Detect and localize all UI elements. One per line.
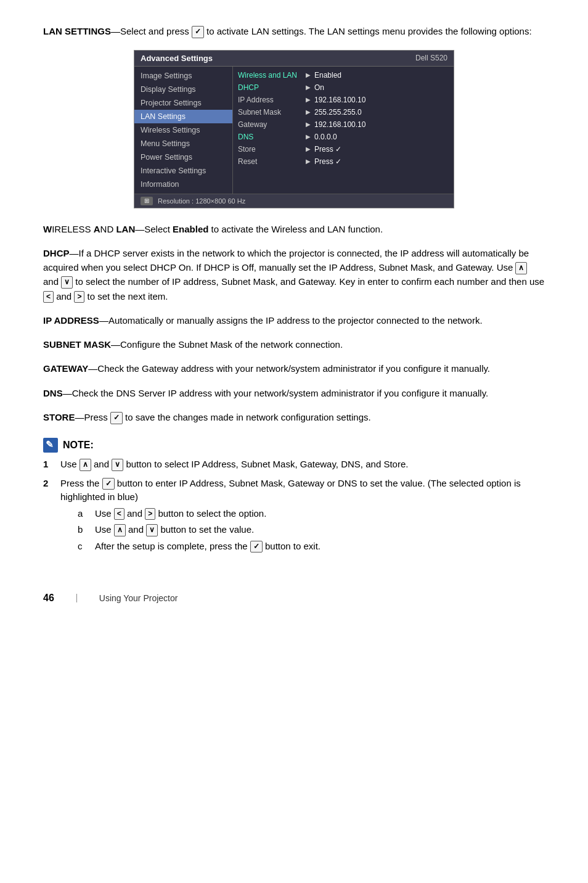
note-letter-c: c [78,540,89,554]
note-item-2: 2 Press the ✓ button to enter IP Address… [43,477,545,556]
osd-label-subnet: Subnet Mask [238,108,306,117]
osd-footer-icon: ⊞ [141,197,153,205]
note-sub-text-c: After the setup is complete, press the ✓… [95,540,321,554]
footer-text: Using Your Projector [99,593,178,603]
osd-label-dns: DNS [238,133,306,141]
section-subnet-mask: SUBNET MASK—Configure the Subnet Mask of… [43,337,545,351]
osd-menu-item-lan: LAN Settings [134,110,232,123]
osd-row-dhcp: DHCP ▶ On [233,81,454,94]
osd-arrow-5: ▶ [306,133,311,140]
section-ip-address: IP ADDRESS—Automatically or manually ass… [43,313,545,327]
osd-content-column: Wireless and LAN ▶ Enabled DHCP ▶ On IP … [233,67,454,194]
osd-menu-item-display: Display Settings [134,83,232,96]
note-sub-item-a: a Use < and > button to select the optio… [78,507,545,521]
intro-bold: LAN SETTINGS [43,26,111,36]
osd-header: Advanced Settings Dell S520 [134,51,454,67]
osd-row-dns: DNS ▶ 0.0.0.0 [233,131,454,143]
osd-value-store: Press ✓ [314,145,341,154]
note-pencil-icon [43,438,58,453]
footer-separator [76,594,77,602]
enter-button-icon: ✓ [192,26,204,38]
osd-label-store: Store [238,145,306,154]
osd-menu-item-image: Image Settings [134,69,232,83]
osd-menu-column: Image Settings Display Settings Projecto… [134,67,233,194]
osd-arrow-7: ▶ [306,158,311,165]
osd-arrow-3: ▶ [306,109,311,115]
enabled-word: Enabled [173,224,208,234]
gateway-title: GATEWAY [43,363,88,374]
note-sub-item-c: c After the setup is complete, press the… [78,540,545,554]
note-letter-a: a [78,507,89,521]
section-dhcp: DHCP—If a DHCP server exists in the netw… [43,246,545,303]
osd-screenshot: Advanced Settings Dell S520 Image Settin… [134,50,454,208]
osd-row-ip: IP Address ▶ 192.168.100.10 [233,94,454,106]
osd-arrow-1: ▶ [306,84,311,91]
sub-up-btn: ∧ [114,524,126,536]
osd-value-dns: 0.0.0.0 [314,133,337,141]
section-title-wireless: WIRELESS AND LAN [43,224,135,234]
osd-value-wireless: Enabled [314,71,341,80]
note-letter-b: b [78,523,89,537]
note-item-2-text: Press the ✓ button to enter IP Address, … [60,477,545,556]
osd-value-dhcp: On [314,83,324,92]
osd-label-reset: Reset [238,157,306,166]
page-number: 46 [43,593,54,604]
section-dns: DNS—Check the DNS Server IP address with… [43,386,545,400]
osd-menu-item-projector: Projector Settings [134,96,232,110]
down-button-icon: ∨ [61,276,73,289]
osd-menu-item-menu: Menu Settings [134,137,232,150]
note-item-1-text: Use ∧ and ∨ button to select IP Address,… [60,458,408,472]
osd-value-subnet: 255.255.255.0 [314,108,362,117]
dns-title: DNS [43,388,63,398]
note-header: NOTE: [43,438,545,453]
page-footer: 46 Using Your Projector [43,593,545,604]
osd-title: Advanced Settings [141,54,213,63]
osd-brand: Dell S520 [415,54,447,62]
note-sub-list: a Use < and > button to select the optio… [78,507,545,554]
osd-label-wireless: Wireless and LAN [238,71,306,80]
osd-value-ip: 192.168.100.10 [314,96,365,104]
osd-row-wireless-lan: Wireless and LAN ▶ Enabled [233,69,454,81]
note-down-btn: ∨ [112,459,123,471]
osd-value-gateway: 192.168.100.10 [314,120,365,129]
osd-row-reset: Reset ▶ Press ✓ [233,155,454,168]
osd-row-gateway: Gateway ▶ 192.168.100.10 [233,118,454,131]
section-gateway: GATEWAY—Check the Gateway address with y… [43,361,545,376]
note-list: 1 Use ∧ and ∨ button to select IP Addres… [43,458,545,556]
osd-label-gateway: Gateway [238,120,306,129]
osd-row-store: Store ▶ Press ✓ [233,143,454,155]
note-box: NOTE: 1 Use ∧ and ∨ button to select IP … [43,438,545,556]
note-num-2: 2 [43,477,54,556]
note-up-btn: ∧ [80,459,91,471]
sub-right-btn: > [145,508,155,520]
osd-menu-item-wireless: Wireless Settings [134,123,232,137]
osd-arrow-2: ▶ [306,96,311,103]
store-title: STORE [43,412,75,422]
osd-arrow-0: ▶ [306,72,311,78]
osd-body: Image Settings Display Settings Projecto… [134,67,454,194]
osd-label-dhcp: DHCP [238,83,306,92]
osd-menu-item-interactive: Interactive Settings [134,164,232,178]
osd-footer-text: Resolution : 1280×800 60 Hz [158,197,245,205]
subnet-title: SUBNET MASK [43,339,111,350]
note-sub-text-b: Use ∧ and ∨ button to set the value. [95,523,254,537]
osd-arrow-4: ▶ [306,121,311,128]
note-sub-text-a: Use < and > button to select the option. [95,507,266,521]
osd-menu-item-information: Information [134,178,232,191]
right-button-icon: > [74,291,84,303]
osd-arrow-6: ▶ [306,146,311,152]
ip-title: IP ADDRESS [43,315,99,326]
section-store: STORE—Press ✓ to save the changes made i… [43,410,545,424]
osd-value-reset: Press ✓ [314,157,341,166]
section-wireless-lan: WIRELESS AND LAN—Select Enabled to activ… [43,222,545,236]
up-button-icon: ∧ [515,262,527,274]
osd-row-subnet: Subnet Mask ▶ 255.255.255.0 [233,106,454,118]
sub-left-btn: < [114,508,125,520]
osd-menu-item-power: Power Settings [134,150,232,164]
note-enter-btn-2: ✓ [102,478,115,490]
intro-paragraph: LAN SETTINGS—Select and press ✓ to activ… [43,25,545,39]
note-sub-item-b: b Use ∧ and ∨ button to set the value. [78,523,545,537]
osd-footer: ⊞ Resolution : 1280×800 60 Hz [134,194,454,208]
enter-btn-store: ✓ [110,412,123,424]
note-num-1: 1 [43,458,54,472]
